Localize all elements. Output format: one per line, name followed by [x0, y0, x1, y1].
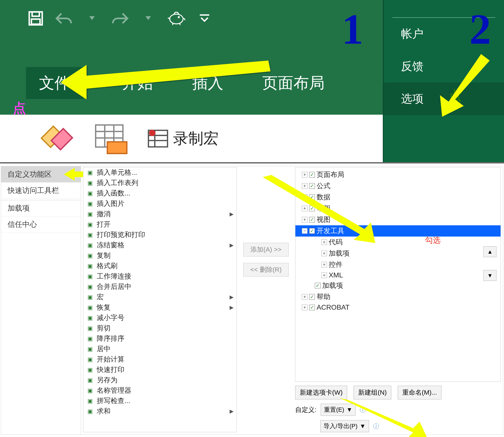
tree-node[interactable]: +代码 [298, 237, 498, 248]
undo-dropdown-icon[interactable] [82, 9, 102, 28]
sidebar-trust-center[interactable]: 信任中心 [1, 217, 81, 233]
new-tab-button[interactable]: 新建选项卡(W) [295, 386, 347, 399]
tab-insert[interactable]: 插入 [192, 73, 223, 93]
command-item[interactable]: ▣求和▶ [83, 406, 237, 417]
move-down-button[interactable]: ▼ [483, 270, 496, 281]
expand-icon[interactable]: + [302, 217, 308, 222]
command-item[interactable]: ▣打开 [83, 219, 237, 230]
command-item[interactable]: ▣减小字号 [83, 313, 237, 323]
customize-qat-icon[interactable] [195, 9, 214, 28]
expand-icon[interactable]: + [302, 172, 308, 178]
command-label: 名称管理器 [97, 386, 131, 395]
command-item[interactable]: ▣合并后居中 [83, 281, 237, 292]
collapse-icon[interactable]: − [302, 228, 308, 234]
move-up-button[interactable]: ▲ [483, 246, 496, 257]
commands-listbox[interactable]: ▣插入单元格...▣插入工作表列▣插入函数...▣插入图片▣撤消▶▣打开▣打印预… [83, 167, 237, 432]
sidebar-quick-access[interactable]: 快速访问工具栏 [1, 182, 81, 199]
paste-icon[interactable] [39, 122, 78, 155]
command-item[interactable]: ▣插入图片 [83, 199, 237, 209]
tree-node[interactable]: +✓公式 [298, 180, 498, 192]
command-item[interactable]: ▣格式刷 [83, 261, 237, 271]
record-macro-button[interactable]: 录制宏 [147, 129, 219, 149]
ribbon-content: 录制宏 [0, 115, 383, 162]
command-label: 求和 [97, 407, 111, 416]
info-icon[interactable]: i [360, 407, 366, 413]
command-item[interactable]: ▣工作簿连接 [83, 271, 237, 281]
expand-icon[interactable]: + [321, 239, 327, 245]
command-item[interactable]: ▣另存为 [83, 375, 237, 385]
checkbox[interactable]: ✓ [309, 183, 315, 189]
expand-icon[interactable]: + [321, 272, 327, 278]
tree-node[interactable]: ✓加载项 [298, 280, 498, 291]
checkbox[interactable]: ✓ [315, 283, 320, 288]
redo-icon[interactable] [110, 9, 130, 28]
reset-dropdown[interactable]: 重置(E)▼ [321, 404, 356, 416]
command-item[interactable]: ▣剪切 [83, 323, 237, 333]
expand-icon[interactable]: + [302, 294, 308, 300]
info-icon[interactable]: i [373, 423, 379, 429]
command-item[interactable]: ▣开始计算 [83, 354, 237, 365]
command-item[interactable]: ▣复制 [83, 250, 237, 261]
sidebar-customize-ribbon[interactable]: 自定义功能区 [1, 166, 81, 182]
tree-node[interactable]: +加载项 [298, 248, 498, 259]
command-item[interactable]: ▣名称管理器 [83, 385, 237, 396]
save-icon[interactable] [26, 9, 45, 28]
checkbox[interactable]: ✓ [309, 206, 315, 211]
checkbox[interactable]: ✓ [309, 194, 315, 200]
redo-dropdown-icon[interactable] [138, 9, 158, 28]
table-icon[interactable] [93, 122, 132, 155]
add-button[interactable]: 添加(A) >> [243, 243, 289, 257]
tree-node[interactable]: +✓视图 [298, 214, 498, 225]
command-item[interactable]: ▣撤消▶ [83, 209, 237, 219]
command-item[interactable]: ▣插入单元格... [83, 167, 237, 178]
tree-node[interactable]: +✓页面布局 [298, 169, 498, 180]
command-icon: ▣ [86, 283, 94, 290]
command-item[interactable]: ▣打印预览和打印 [83, 230, 237, 240]
tree-node[interactable]: +✓数据 [298, 192, 498, 203]
tab-file[interactable]: 文件 [26, 67, 83, 99]
command-item[interactable]: ▣快速打印 [83, 365, 237, 375]
checkbox[interactable]: ✓ [309, 217, 315, 222]
ribbon-tabs-tree[interactable]: +✓页面布局+✓公式+✓数据+✓审阅+✓视图−✓开发工具+代码+加载项+控件+X… [295, 167, 501, 382]
menu-account[interactable]: 帐户 [384, 18, 504, 50]
rename-button[interactable]: 重命名(M)... [398, 386, 442, 399]
command-icon: ▣ [86, 335, 94, 342]
tree-node[interactable]: +✓审阅 [298, 203, 498, 214]
sidebar-addins[interactable]: 加载项 [1, 200, 81, 217]
svg-point-4 [178, 17, 179, 18]
new-group-button[interactable]: 新建组(N) [354, 386, 391, 399]
expand-icon[interactable]: + [302, 183, 308, 189]
remove-button[interactable]: << 删除(R) [243, 263, 289, 277]
tab-home[interactable]: 开始 [122, 73, 153, 93]
command-item[interactable]: ▣降序排序 [83, 333, 237, 344]
expand-icon[interactable]: + [302, 305, 308, 310]
command-item[interactable]: ▣插入工作表列 [83, 178, 237, 188]
expand-icon[interactable]: + [321, 251, 327, 256]
command-item[interactable]: ▣插入函数... [83, 188, 237, 199]
undo-icon[interactable] [54, 9, 73, 28]
command-item[interactable]: ▣拼写检查... [83, 396, 237, 406]
checkbox[interactable]: ✓ [309, 228, 315, 234]
menu-options[interactable]: 选项 点 [384, 83, 504, 115]
checkbox[interactable]: ✓ [309, 172, 315, 178]
command-item[interactable]: ▣恢复▶ [83, 302, 237, 313]
checkbox[interactable]: ✓ [309, 294, 315, 300]
tree-node[interactable]: +✓帮助 [298, 291, 498, 302]
piggy-icon[interactable] [167, 9, 186, 28]
tree-node[interactable]: +XML [298, 270, 498, 280]
tree-node[interactable]: +控件 [298, 259, 498, 270]
tree-node[interactable]: −✓开发工具 [295, 225, 501, 237]
tree-node[interactable]: +✓ACROBAT [298, 302, 498, 312]
tab-layout[interactable]: 页面布局 [262, 73, 325, 93]
expand-icon[interactable]: + [321, 262, 327, 268]
expand-icon[interactable]: + [302, 194, 308, 200]
checkbox[interactable]: ✓ [309, 305, 315, 310]
expand-icon[interactable]: + [302, 206, 308, 211]
menu-feedback[interactable]: 反馈 [384, 50, 504, 83]
command-item[interactable]: ▣冻结窗格▶ [83, 240, 237, 250]
command-label: 另存为 [97, 375, 117, 385]
import-export-dropdown[interactable]: 导入/导出(P)▼ [320, 420, 369, 432]
command-label: 打印预览和打印 [97, 230, 145, 239]
command-item[interactable]: ▣居中 [83, 344, 237, 354]
command-item[interactable]: ▣宏▶ [83, 292, 237, 302]
